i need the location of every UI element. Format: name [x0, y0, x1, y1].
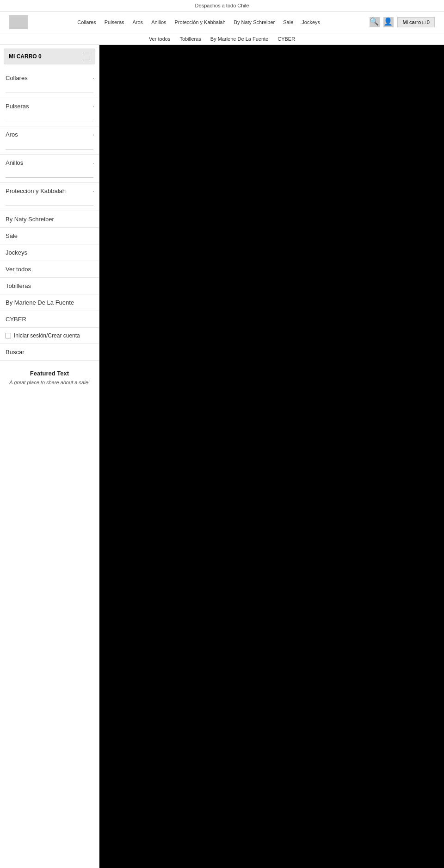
aros-sub-input[interactable]: [6, 140, 93, 150]
featured-title: Featured Text: [6, 370, 93, 377]
featured-subtitle: A great place to share about a sale!: [6, 380, 93, 385]
logo-image: [9, 15, 28, 29]
sidebar-item-marlene[interactable]: By Marlene De La Fuente: [0, 294, 99, 311]
header: Collares Pulseras Aros Anillos Protecció…: [0, 12, 444, 33]
top-bar: Despachos a todo Chile: [0, 0, 444, 12]
search-label: Buscar: [6, 349, 24, 356]
sidebar-cart-bar[interactable]: MI CARRO 0: [4, 49, 95, 64]
header-nav-row2: Ver todos Tobilleras By Marlene De La Fu…: [0, 33, 444, 45]
nav2-vertodos[interactable]: Ver todos: [149, 36, 170, 42]
header-icons: 🔍 👤 Mi carro □ 0: [370, 17, 435, 27]
sidebar-cart-label: MI CARRO 0: [9, 53, 42, 60]
nav-aros[interactable]: Aros: [133, 19, 143, 25]
featured-text-section: Featured Text A great place to share abo…: [0, 361, 99, 394]
layout: MI CARRO 0 Collares Pulseras Aros Anillo…: [0, 45, 444, 868]
sidebar: MI CARRO 0 Collares Pulseras Aros Anillo…: [0, 45, 99, 868]
sidebar-item-sale[interactable]: Sale: [0, 228, 99, 244]
nav2-marlene[interactable]: By Marlene De La Fuente: [210, 36, 268, 42]
nav-pulseras[interactable]: Pulseras: [105, 19, 124, 25]
nav-naty[interactable]: By Naty Schreiber: [234, 19, 275, 25]
sidebar-item-vertodos[interactable]: Ver todos: [0, 261, 99, 278]
sidebar-search[interactable]: Buscar: [0, 344, 99, 361]
nav2-tobilleras[interactable]: Tobilleras: [179, 36, 201, 42]
sidebar-item-proteccion[interactable]: Protección y Kabbalah: [0, 183, 99, 211]
nav-sale[interactable]: Sale: [283, 19, 293, 25]
sidebar-item-pulseras[interactable]: Pulseras: [0, 98, 99, 126]
nav-collares[interactable]: Collares: [77, 19, 96, 25]
hero-image: [99, 45, 444, 868]
sidebar-item-cyber[interactable]: CYBER: [0, 311, 99, 328]
sidebar-item-aros[interactable]: Aros: [0, 126, 99, 155]
topbar-text: Despachos a todo Chile: [195, 3, 249, 8]
header-logo: [9, 15, 28, 29]
header-nav-row1: Collares Pulseras Aros Anillos Protecció…: [77, 19, 320, 25]
login-label: Iniciar sesión/Crear cuenta: [14, 332, 80, 339]
main-content: [99, 45, 444, 868]
pulseras-sub-input[interactable]: [6, 112, 93, 121]
sidebar-login[interactable]: Iniciar sesión/Crear cuenta: [0, 328, 99, 344]
nav2-cyber[interactable]: CYBER: [278, 36, 295, 42]
login-icon: [6, 333, 11, 338]
collares-sub-input[interactable]: [6, 83, 93, 93]
nav-anillos[interactable]: Anillos: [151, 19, 166, 25]
sidebar-item-naty[interactable]: By Naty Schreiber: [0, 211, 99, 228]
anillos-sub-input[interactable]: [6, 168, 93, 178]
sidebar-item-collares[interactable]: Collares: [0, 70, 99, 98]
search-icon[interactable]: 🔍: [370, 17, 380, 27]
nav-jockeys[interactable]: Jockeys: [302, 19, 320, 25]
nav-proteccion[interactable]: Protección y Kabbalah: [175, 19, 226, 25]
account-icon[interactable]: 👤: [383, 17, 394, 27]
sidebar-item-anillos[interactable]: Anillos: [0, 155, 99, 183]
sidebar-item-tobilleras[interactable]: Tobilleras: [0, 278, 99, 294]
sidebar-item-jockeys[interactable]: Jockeys: [0, 244, 99, 261]
cart-button[interactable]: Mi carro □ 0: [397, 17, 435, 27]
proteccion-sub-input[interactable]: [6, 196, 93, 206]
sidebar-cart-icon: [83, 53, 90, 60]
